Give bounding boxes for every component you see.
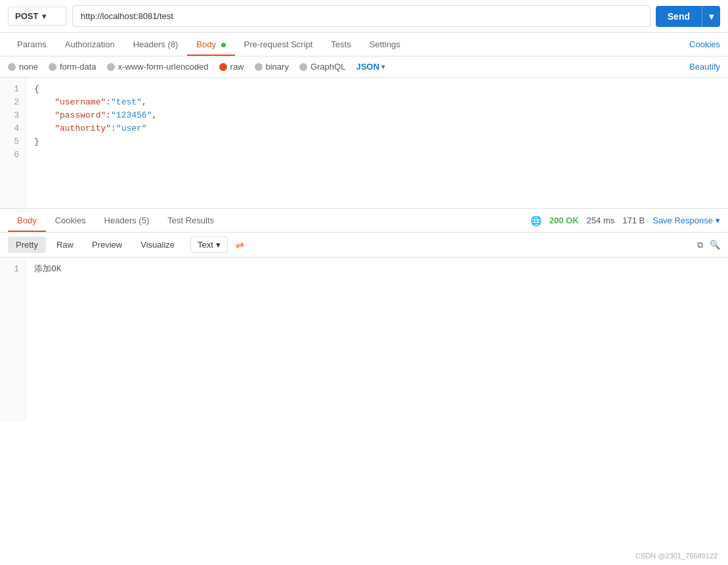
editor-code-content[interactable]: { "username":"test", "password":"123456"… bbox=[26, 78, 728, 208]
tab-headers[interactable]: Headers (8) bbox=[124, 33, 188, 56]
save-response-chevron-icon: ▾ bbox=[716, 215, 720, 225]
radio-formdata-icon bbox=[49, 63, 56, 71]
format-visualize-button[interactable]: Visualize bbox=[133, 237, 182, 253]
tab-body[interactable]: Body bbox=[187, 33, 234, 56]
url-input[interactable] bbox=[72, 5, 651, 27]
body-type-bar: none form-data x-www-form-urlencoded raw… bbox=[0, 56, 728, 78]
search-icon[interactable]: 🔍 bbox=[710, 240, 720, 250]
code-line-6 bbox=[34, 148, 720, 162]
send-button[interactable]: Send ▾ bbox=[656, 6, 720, 27]
word-wrap-icon[interactable]: ⇌ bbox=[236, 239, 244, 251]
response-right-icons: ⧉ 🔍 bbox=[697, 240, 720, 250]
format-preview-button[interactable]: Preview bbox=[84, 237, 130, 253]
code-line-1: { bbox=[34, 83, 720, 96]
radio-raw-icon bbox=[219, 63, 227, 71]
radio-binary-icon bbox=[255, 63, 263, 71]
radio-none-icon bbox=[8, 63, 16, 71]
send-dropdown-arrow-icon[interactable]: ▾ bbox=[702, 6, 720, 27]
radio-urlencoded-icon bbox=[107, 63, 115, 71]
response-content: 添加OK bbox=[26, 258, 728, 422]
json-chevron-icon: ▾ bbox=[381, 63, 385, 70]
response-format-bar: Pretty Raw Preview Visualize Text ▾ ⇌ ⧉ … bbox=[0, 233, 728, 258]
copy-icon[interactable]: ⧉ bbox=[697, 240, 703, 250]
globe-icon: 🌐 bbox=[530, 215, 542, 226]
tab-tests[interactable]: Tests bbox=[322, 33, 360, 56]
editor-line-numbers: 1 2 3 4 5 6 bbox=[0, 78, 26, 208]
response-body-area: 1 添加OK bbox=[0, 258, 728, 422]
body-type-binary[interactable]: binary bbox=[255, 62, 289, 72]
response-status: 200 OK bbox=[549, 215, 579, 225]
response-tab-body[interactable]: Body bbox=[8, 209, 46, 232]
code-line-4: "authority":"user" bbox=[34, 122, 720, 135]
response-time: 254 ms bbox=[587, 215, 615, 225]
response-line-1: 添加OK bbox=[34, 263, 720, 276]
response-tab-test-results[interactable]: Test Results bbox=[158, 209, 223, 232]
format-pretty-button[interactable]: Pretty bbox=[8, 237, 46, 253]
format-raw-button[interactable]: Raw bbox=[49, 237, 81, 253]
method-selector[interactable]: POST ▾ bbox=[8, 7, 67, 26]
tab-params[interactable]: Params bbox=[8, 33, 56, 56]
body-type-graphql[interactable]: GraphQL bbox=[299, 62, 345, 72]
text-format-dropdown[interactable]: Text ▾ bbox=[190, 237, 228, 253]
body-type-form-data[interactable]: form-data bbox=[49, 62, 96, 72]
code-line-5: } bbox=[34, 135, 720, 148]
method-label: POST bbox=[15, 11, 38, 21]
body-type-raw[interactable]: raw bbox=[219, 62, 244, 72]
response-size: 171 B bbox=[622, 215, 645, 225]
send-label: Send bbox=[656, 6, 702, 27]
request-tabs: Params Authorization Headers (8) Body Pr… bbox=[0, 33, 728, 56]
code-line-3: "password":"123456", bbox=[34, 109, 720, 122]
body-active-dot bbox=[221, 43, 226, 47]
method-chevron-icon: ▾ bbox=[42, 11, 47, 21]
response-tab-headers[interactable]: Headers (5) bbox=[95, 209, 159, 232]
save-response-button[interactable]: Save Response ▾ bbox=[653, 215, 720, 225]
body-type-none[interactable]: none bbox=[8, 62, 38, 72]
cookies-link[interactable]: Cookies bbox=[689, 33, 720, 56]
radio-graphql-icon bbox=[299, 63, 307, 71]
text-format-chevron-icon: ▾ bbox=[216, 240, 221, 250]
tab-settings[interactable]: Settings bbox=[360, 33, 410, 56]
response-meta: 🌐 200 OK 254 ms 171 B Save Response ▾ bbox=[530, 215, 720, 226]
request-body-editor[interactable]: 1 2 3 4 5 6 { "username":"test", "passwo… bbox=[0, 78, 728, 209]
response-line-numbers: 1 bbox=[0, 258, 26, 422]
body-type-urlencoded[interactable]: x-www-form-urlencoded bbox=[107, 62, 209, 72]
tab-prerequest[interactable]: Pre-request Script bbox=[235, 33, 322, 56]
beautify-button[interactable]: Beautify bbox=[689, 62, 720, 72]
response-tab-cookies[interactable]: Cookies bbox=[46, 209, 95, 232]
response-tabs: Body Cookies Headers (5) Test Results 🌐 … bbox=[0, 209, 728, 233]
top-bar: POST ▾ Send ▾ bbox=[0, 0, 728, 33]
json-format-dropdown[interactable]: JSON ▾ bbox=[356, 62, 384, 72]
code-line-2: "username":"test", bbox=[34, 96, 720, 109]
tab-authorization[interactable]: Authorization bbox=[56, 33, 124, 56]
